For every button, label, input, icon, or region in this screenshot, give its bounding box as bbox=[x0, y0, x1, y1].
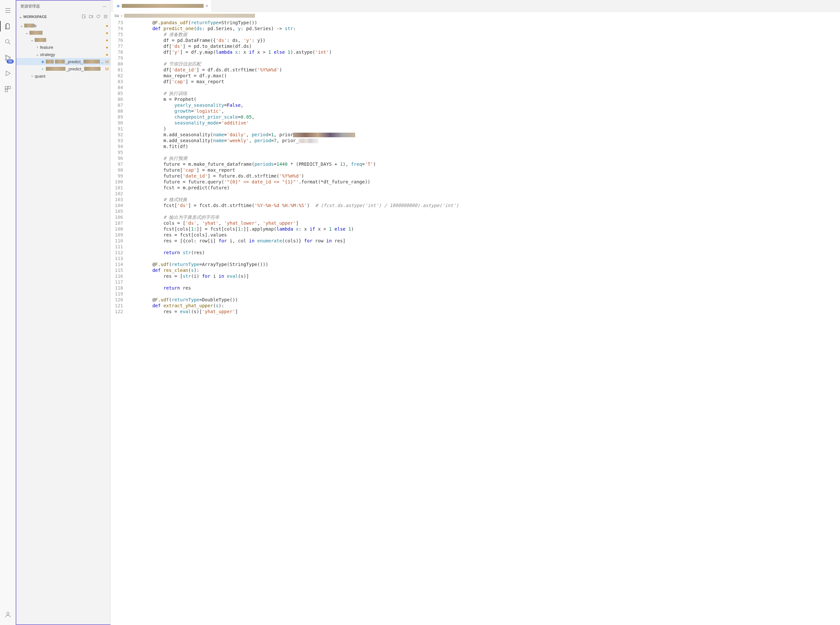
sidebar: 资源管理器 ⋯ ⌄ WORKSPACE ⌄ b ● ⌄ ● ⌄ bbox=[16, 0, 111, 625]
source-control-icon[interactable]: 58 bbox=[0, 50, 16, 65]
folder-label: feature bbox=[40, 45, 104, 50]
redacted-text bbox=[84, 67, 101, 71]
workspace-label: WORKSPACE bbox=[23, 15, 47, 19]
redacted-text bbox=[55, 60, 65, 64]
tree-file-predict-1[interactable]: ◈ _predict_ … M bbox=[16, 58, 110, 65]
modified-indicator: ● bbox=[104, 38, 110, 43]
tree-folder-feature[interactable]: › feature ● bbox=[16, 44, 110, 51]
activity-bar: 58 bbox=[0, 0, 16, 625]
redacted-text bbox=[46, 67, 65, 71]
svg-point-3 bbox=[9, 57, 11, 59]
run-debug-icon[interactable] bbox=[0, 65, 16, 81]
refresh-icon[interactable] bbox=[96, 14, 101, 19]
extensions-icon[interactable] bbox=[0, 81, 16, 97]
git-status-m: M bbox=[104, 59, 110, 64]
redacted-text bbox=[24, 23, 34, 28]
modified-indicator: ● bbox=[104, 23, 110, 28]
sidebar-title: 资源管理器 bbox=[20, 4, 40, 9]
chevron-right-icon: › bbox=[29, 74, 35, 78]
explorer-icon[interactable] bbox=[0, 18, 16, 34]
new-folder-icon[interactable] bbox=[89, 14, 93, 19]
file-icon: ▪ bbox=[40, 67, 45, 71]
chevron-down-icon: ⌄ bbox=[29, 38, 35, 42]
modified-indicator: ● bbox=[104, 31, 110, 36]
line-numbers: 7374757677787980818283848586878889909192… bbox=[111, 20, 129, 625]
svg-rect-4 bbox=[5, 87, 7, 89]
file-label: … bbox=[101, 59, 104, 64]
folder-label: b bbox=[34, 23, 104, 28]
chevron-down-icon: ⌄ bbox=[24, 31, 29, 35]
redacted-text bbox=[124, 14, 255, 18]
redacted-text bbox=[122, 4, 204, 8]
chevron-down-icon: ⌄ bbox=[19, 23, 24, 28]
account-icon[interactable] bbox=[0, 607, 16, 622]
folder-label: strategy bbox=[40, 52, 104, 57]
python-file-icon: ◈ bbox=[116, 3, 120, 8]
tree-folder-root[interactable]: ⌄ b ● bbox=[16, 22, 110, 29]
code-content[interactable]: @F.pandas_udf(returnType=StringType()) d… bbox=[129, 20, 840, 625]
search-icon[interactable] bbox=[0, 34, 16, 50]
sidebar-header: 资源管理器 ⋯ bbox=[16, 1, 110, 12]
menu-icon[interactable] bbox=[0, 3, 16, 18]
tree-folder[interactable]: ⌄ ● bbox=[16, 36, 110, 44]
chevron-down-icon: ⌄ bbox=[35, 52, 40, 57]
tree-folder-quant[interactable]: › quant bbox=[16, 72, 110, 79]
editor-tab[interactable]: ◈ × bbox=[113, 0, 212, 12]
file-tree: ⌄ b ● ⌄ ● ⌄ ● › feature ● ⌄ str bbox=[16, 21, 110, 624]
file-label-part: _predict_ bbox=[65, 59, 83, 64]
chevron-right-icon: › bbox=[35, 45, 40, 50]
tab-bar: ◈ × bbox=[111, 0, 840, 12]
collapse-all-icon[interactable] bbox=[103, 14, 108, 19]
redacted-text bbox=[29, 31, 43, 35]
redacted-text bbox=[35, 38, 46, 42]
svg-point-7 bbox=[6, 612, 9, 614]
tree-folder-strategy[interactable]: ⌄ strategy ● bbox=[16, 51, 110, 58]
redacted-text bbox=[46, 60, 54, 64]
svg-point-0 bbox=[5, 40, 9, 43]
modified-indicator: ● bbox=[104, 45, 110, 50]
svg-rect-5 bbox=[8, 87, 10, 89]
python-file-icon: ◈ bbox=[40, 59, 45, 64]
breadcrumb-item[interactable]: ba bbox=[115, 13, 119, 18]
sidebar-more-icon[interactable]: ⋯ bbox=[102, 4, 106, 9]
git-status-m: M bbox=[104, 67, 110, 72]
svg-rect-6 bbox=[5, 89, 7, 92]
svg-point-1 bbox=[5, 55, 7, 57]
breadcrumb[interactable]: ba › bbox=[111, 12, 840, 20]
file-label-part: _predict_ bbox=[66, 67, 84, 72]
chevron-down-icon: ⌄ bbox=[19, 15, 22, 19]
breadcrumb-separator: › bbox=[121, 13, 122, 18]
tree-folder[interactable]: ⌄ ● bbox=[16, 29, 110, 36]
tree-file-predict-2[interactable]: ▪ _predict_ M bbox=[16, 65, 110, 72]
scm-badge: 58 bbox=[6, 59, 14, 64]
new-file-icon[interactable] bbox=[82, 14, 86, 19]
code-editor[interactable]: 7374757677787980818283848586878889909192… bbox=[111, 20, 840, 625]
redacted-text bbox=[84, 60, 100, 64]
folder-label: quant bbox=[35, 74, 110, 79]
modified-indicator: ● bbox=[104, 52, 110, 57]
close-icon[interactable]: × bbox=[206, 3, 208, 9]
editor-area: ◈ × ba › 7374757677787980818283848586878… bbox=[111, 0, 840, 625]
svg-point-2 bbox=[5, 59, 7, 60]
workspace-header[interactable]: ⌄ WORKSPACE bbox=[16, 12, 110, 21]
workspace-actions bbox=[82, 14, 108, 19]
